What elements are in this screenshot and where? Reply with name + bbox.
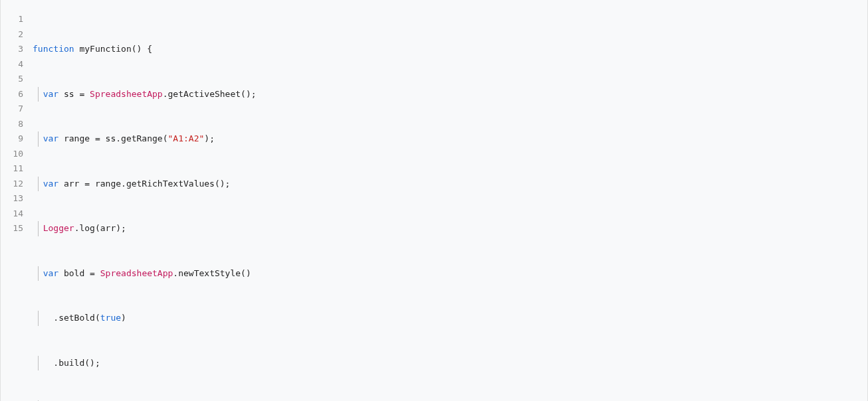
code-line[interactable]: var ss = SpreadsheetApp.getActiveSheet()… bbox=[33, 87, 867, 102]
line-number: 15 bbox=[1, 221, 23, 236]
code-line[interactable]: .setBold(true) bbox=[33, 311, 867, 326]
code-line[interactable]: var bold = SpreadsheetApp.newTextStyle() bbox=[33, 266, 867, 281]
line-number: 9 bbox=[1, 131, 23, 147]
code-line[interactable]: var range = ss.getRange("A1:A2"); bbox=[33, 131, 867, 147]
code-line[interactable]: function myFunction() { bbox=[33, 42, 867, 57]
line-number: 7 bbox=[1, 102, 23, 117]
line-number: 2 bbox=[1, 27, 23, 42]
code-editor[interactable]: 1 2 3 4 5 6 7 8 9 10 11 12 13 14 15 func… bbox=[0, 0, 868, 401]
line-number: 13 bbox=[1, 191, 23, 206]
line-number: 12 bbox=[1, 177, 23, 192]
line-number: 11 bbox=[1, 161, 23, 177]
line-number: 1 bbox=[1, 12, 23, 27]
line-number: 3 bbox=[1, 42, 23, 57]
line-gutter: 1 2 3 4 5 6 7 8 9 10 11 12 13 14 15 bbox=[1, 12, 33, 401]
line-number: 6 bbox=[1, 87, 23, 102]
code-line[interactable]: var arr = range.getRichTextValues(); bbox=[33, 177, 867, 192]
code-line[interactable]: .build(); bbox=[33, 356, 867, 371]
line-number: 8 bbox=[1, 117, 23, 132]
line-number: 5 bbox=[1, 72, 23, 87]
line-number: 14 bbox=[1, 206, 23, 222]
code-line[interactable]: Logger.log(arr); bbox=[33, 221, 867, 236]
code-content[interactable]: function myFunction() { var ss = Spreads… bbox=[33, 12, 867, 401]
line-number: 4 bbox=[1, 57, 23, 72]
line-number: 10 bbox=[1, 147, 23, 162]
